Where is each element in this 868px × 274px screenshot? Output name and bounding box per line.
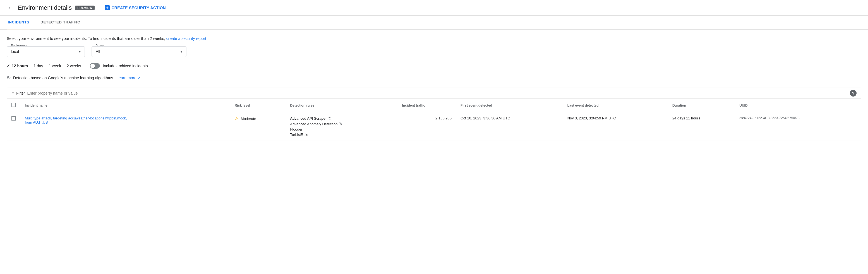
rule-refresh-icon-0: ↻	[328, 116, 332, 121]
info-text: Select your environment to see your inci…	[7, 36, 861, 41]
external-link-icon: ↗	[137, 76, 141, 80]
learn-more-link[interactable]: Learn more ↗	[116, 75, 141, 80]
rule-label-1: Advanced Anomaly Detection	[290, 122, 338, 126]
incident-traffic-cell: 2,180,935	[398, 112, 456, 141]
time-filter-row: ✓ 12 hours 1 day 1 week 2 weeks Include …	[7, 62, 861, 69]
sort-arrow-icon: ↓	[251, 103, 253, 108]
th-risk-level[interactable]: Risk level ↓	[230, 99, 286, 112]
rule-item-2: Flooder	[290, 127, 393, 131]
archived-toggle-label: Include archived incidents	[103, 64, 148, 68]
detection-rules-cell: Advanced API Scraper ↻ Advanced Anomaly …	[286, 112, 398, 141]
help-icon[interactable]: ?	[850, 90, 857, 96]
refresh-cycle-icon: ↻	[7, 75, 11, 81]
tab-detected-traffic[interactable]: DETECTED TRAFFIC	[39, 16, 81, 29]
checkmark-icon: ✓	[7, 64, 10, 68]
preview-badge: PREVIEW	[75, 6, 95, 10]
proxy-select-container: Proxy All Proxy 1 Proxy 2 ▼	[92, 46, 186, 57]
incident-name-link[interactable]: Multi type attack, targeting accuweather…	[25, 116, 131, 124]
last-event-cell: Nov 3, 2023, 3:04:59 PM UTC	[563, 112, 668, 141]
time-filter-12h[interactable]: ✓ 12 hours	[7, 62, 28, 69]
duration-cell: 24 days 11 hours	[668, 112, 735, 141]
environment-select-container: Environment local production staging ▼	[7, 46, 85, 57]
table-row: Multi type attack, targeting accuweather…	[7, 112, 861, 141]
header-checkbox[interactable]	[11, 103, 16, 107]
incidents-table: Incident name Risk level ↓ Detection rul…	[7, 99, 861, 141]
risk-moderate-wrapper: ⚠ Moderate	[235, 116, 281, 121]
detection-rules-list: Advanced API Scraper ↻ Advanced Anomaly …	[290, 116, 393, 137]
filters-row: Environment local production staging ▼ P…	[7, 46, 861, 57]
th-uuid: UUID	[735, 99, 861, 112]
th-duration: Duration	[668, 99, 735, 112]
create-action-label: CREATE SECURITY ACTION	[111, 6, 166, 10]
proxy-filter-group: Proxy All Proxy 1 Proxy 2 ▼	[92, 46, 186, 57]
environment-select-wrapper: local production staging ▼	[7, 46, 85, 57]
environment-filter-group: Environment local production staging ▼	[7, 46, 85, 57]
back-button[interactable]: ←	[7, 3, 14, 12]
filter-bar: ≡ Filter ?	[7, 88, 861, 99]
first-event-cell: Oct 10, 2023, 3:36:30 AM UTC	[456, 112, 563, 141]
th-incident-traffic: Incident traffic	[398, 99, 456, 112]
th-first-event: First event detected	[456, 99, 563, 112]
detection-note: ↻ Detection based on Google's machine le…	[7, 75, 861, 81]
archived-toggle[interactable]	[90, 63, 100, 69]
incident-name-cell: Multi type attack, targeting accuweather…	[20, 112, 230, 141]
detection-note-text: Detection based on Google's machine lear…	[13, 75, 114, 80]
th-detection-rules: Detection rules	[286, 99, 398, 112]
rule-item-3: TorListRule	[290, 132, 393, 137]
uuid-cell: efe67242-b122-4f18-86c3-7254fb750f78	[735, 112, 861, 141]
rule-item-0: Advanced API Scraper ↻	[290, 116, 393, 121]
incidents-table-container: Incident name Risk level ↓ Detection rul…	[7, 99, 861, 141]
proxy-select-wrapper: All Proxy 1 Proxy 2 ▼	[92, 46, 186, 57]
table-body: Multi type attack, targeting accuweather…	[7, 112, 861, 141]
table-header: Incident name Risk level ↓ Detection rul…	[7, 99, 861, 112]
tabs-bar: INCIDENTS DETECTED TRAFFIC	[0, 16, 868, 30]
archived-toggle-wrapper: Include archived incidents	[90, 63, 148, 69]
row-checkbox[interactable]	[11, 116, 16, 121]
rule-item-1: Advanced Anomaly Detection ↻	[290, 122, 393, 126]
warning-triangle-icon: ⚠	[235, 116, 239, 121]
rule-refresh-icon-1: ↻	[339, 122, 342, 126]
create-security-action-button[interactable]: + CREATE SECURITY ACTION	[105, 5, 166, 10]
row-checkbox-cell	[7, 112, 20, 141]
time-filter-1d[interactable]: 1 day	[33, 62, 43, 69]
main-content: Select your environment to see your inci…	[0, 30, 868, 148]
filter-lines-icon: ≡	[11, 91, 14, 96]
page-title: Environment details	[18, 4, 72, 11]
toggle-knob	[90, 64, 95, 68]
rule-label-0: Advanced API Scraper	[290, 116, 327, 121]
time-filter-1w[interactable]: 1 week	[49, 62, 61, 69]
th-incident-name: Incident name	[20, 99, 230, 112]
plus-icon: +	[105, 5, 110, 10]
filter-input[interactable]	[27, 91, 857, 95]
create-security-report-link[interactable]: create a security report	[166, 36, 206, 41]
environment-select[interactable]: local production staging	[7, 46, 85, 57]
filter-label: Filter	[16, 91, 25, 95]
rule-label-2: Flooder	[290, 127, 303, 131]
risk-level-label: Moderate	[241, 117, 256, 121]
rule-label-3: TorListRule	[290, 132, 308, 137]
filter-icon-wrapper: ≡ Filter	[11, 91, 25, 96]
tab-incidents[interactable]: INCIDENTS	[7, 16, 30, 29]
time-filter-2w[interactable]: 2 weeks	[67, 62, 81, 69]
proxy-select[interactable]: All Proxy 1 Proxy 2	[92, 46, 186, 57]
header: ← Environment details PREVIEW + CREATE S…	[0, 0, 868, 16]
th-checkbox	[7, 99, 20, 112]
risk-level-cell: ⚠ Moderate	[230, 112, 286, 141]
th-last-event: Last event detected	[563, 99, 668, 112]
